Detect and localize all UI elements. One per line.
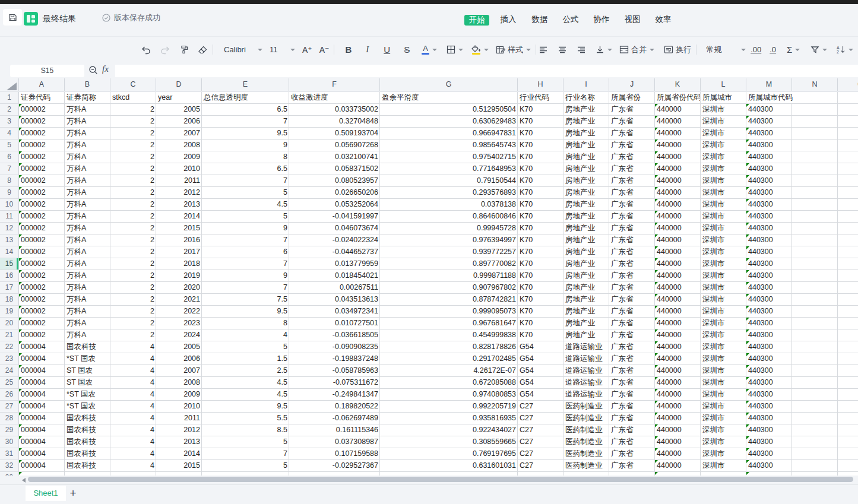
cell-H19[interactable]: K70 [518,306,563,318]
cell-O30[interactable] [838,436,858,448]
font-size-select[interactable]: 11 [270,45,287,54]
cell-C30[interactable]: 4 [110,436,156,448]
cell-D25[interactable]: 2008 [156,377,202,389]
cell-M31[interactable]: 440300 [746,448,792,460]
cell-B24[interactable]: ST 国农 [65,365,110,377]
cell-F20[interactable]: 0.010727501 [289,318,380,329]
column-header-I[interactable]: I [563,78,609,91]
cell-K11[interactable]: 440000 [655,211,701,223]
row-header-28[interactable]: 28 [0,413,19,424]
row-header-20[interactable]: 20 [0,318,19,329]
align-right-button[interactable] [577,46,586,54]
cell-G14[interactable]: 0.939772257 [380,246,518,258]
cell-L13[interactable]: 深圳市 [701,234,746,246]
number-format-select[interactable]: 常规 [701,45,738,55]
cell-J22[interactable]: 广东省 [609,341,655,353]
cell-L31[interactable]: 深圳市 [701,448,746,460]
column-header-K[interactable]: K [655,78,701,91]
cell-N32[interactable] [792,460,838,472]
cell-M14[interactable]: 440300 [746,246,792,258]
cell-H3[interactable]: K70 [518,116,563,128]
row-header-9[interactable]: 9 [0,187,19,199]
cell-I31[interactable]: 医药制造业 [563,448,609,460]
cell-O27[interactable] [838,401,858,413]
cell-O29[interactable] [838,424,858,436]
cell-J2[interactable]: 广东省 [609,104,655,116]
cell-M10[interactable]: 440300 [746,199,792,211]
row-header-25[interactable]: 25 [0,377,19,389]
cell-H18[interactable]: K70 [518,294,563,306]
cell-G6[interactable]: 0.975402715 [380,151,518,163]
cell-M21[interactable]: 440300 [746,329,792,341]
cell-J30[interactable]: 广东省 [609,436,655,448]
cell-L12[interactable]: 深圳市 [701,223,746,234]
cell-L14[interactable]: 深圳市 [701,246,746,258]
cell-G12[interactable]: 0.99945728 [380,223,518,234]
row-header-18[interactable]: 18 [0,294,19,306]
cell-D15[interactable]: 2018 [156,258,202,270]
cell-I10[interactable]: 房地产业 [563,199,609,211]
cell-O12[interactable] [838,223,858,234]
cell-N26[interactable] [792,389,838,401]
cell-N19[interactable] [792,306,838,318]
cell-I2[interactable]: 房地产业 [563,104,609,116]
cell-L26[interactable]: 深圳市 [701,389,746,401]
row-header-27[interactable]: 27 [0,401,19,413]
cell-L20[interactable]: 深圳市 [701,318,746,329]
cell-F22[interactable]: -0.090908235 [289,341,380,353]
cell-E8[interactable]: 7 [202,175,289,187]
row-header-26[interactable]: 26 [0,389,19,401]
fill-color-button[interactable] [471,45,481,55]
cell-E15[interactable]: 7 [202,258,289,270]
cell-F23[interactable]: -0.198837248 [289,353,380,365]
cell-K30[interactable]: 440000 [655,436,701,448]
cell-O21[interactable] [838,329,858,341]
cell-A21[interactable]: 000002 [19,329,65,341]
cell-O20[interactable] [838,318,858,329]
cell-G8[interactable]: 0.79150544 [380,175,518,187]
cell-O2[interactable] [838,104,858,116]
cell-N15[interactable] [792,258,838,270]
font-color-button[interactable]: A [422,45,429,55]
cell-K2[interactable]: 440000 [655,104,701,116]
cell-O24[interactable] [838,365,858,377]
cell-I7[interactable]: 房地产业 [563,163,609,175]
cell-I24[interactable]: 道路运输业 [563,365,609,377]
cell-N31[interactable] [792,448,838,460]
cell-L22[interactable]: 深圳市 [701,341,746,353]
cell-A26[interactable]: 000004 [19,389,65,401]
cell-J12[interactable]: 广东省 [609,223,655,234]
cell-G13[interactable]: 0.976394997 [380,234,518,246]
cell-K7[interactable]: 440000 [655,163,701,175]
cell-O11[interactable] [838,211,858,223]
cell-D30[interactable]: 2013 [156,436,202,448]
cell-G24[interactable]: 4.26172E-07 [380,365,518,377]
cell-K25[interactable]: 440000 [655,377,701,389]
row-header-1[interactable]: 1 [0,92,19,104]
cell-J28[interactable]: 广东省 [609,413,655,424]
wrap-text-button[interactable]: 换行 [664,45,691,55]
cell-N5[interactable] [792,140,838,151]
cell-H1[interactable]: 行业代码 [518,92,563,104]
column-header-N[interactable]: N [792,78,838,91]
cell-K24[interactable]: 440000 [655,365,701,377]
cell-I5[interactable]: 房地产业 [563,140,609,151]
cell-J29[interactable]: 广东省 [609,424,655,436]
cell-H9[interactable]: K70 [518,187,563,199]
cell-E6[interactable]: 8 [202,151,289,163]
row-header-22[interactable]: 22 [0,341,19,353]
cell-B30[interactable]: 国农科技 [65,436,110,448]
cell-B10[interactable]: 万科A [65,199,110,211]
cell-A13[interactable]: 000002 [19,234,65,246]
cell-E27[interactable]: 9.5 [202,401,289,413]
cell-N23[interactable] [792,353,838,365]
cell-D16[interactable]: 2019 [156,270,202,282]
cell-N7[interactable] [792,163,838,175]
cell-M17[interactable]: 440300 [746,282,792,294]
cell-F10[interactable]: 0.053252064 [289,199,380,211]
cell-C13[interactable]: 2 [110,234,156,246]
cell-A10[interactable]: 000002 [19,199,65,211]
cell-I6[interactable]: 房地产业 [563,151,609,163]
cell-G18[interactable]: 0.878742821 [380,294,518,306]
cell-L3[interactable]: 深圳市 [701,116,746,128]
